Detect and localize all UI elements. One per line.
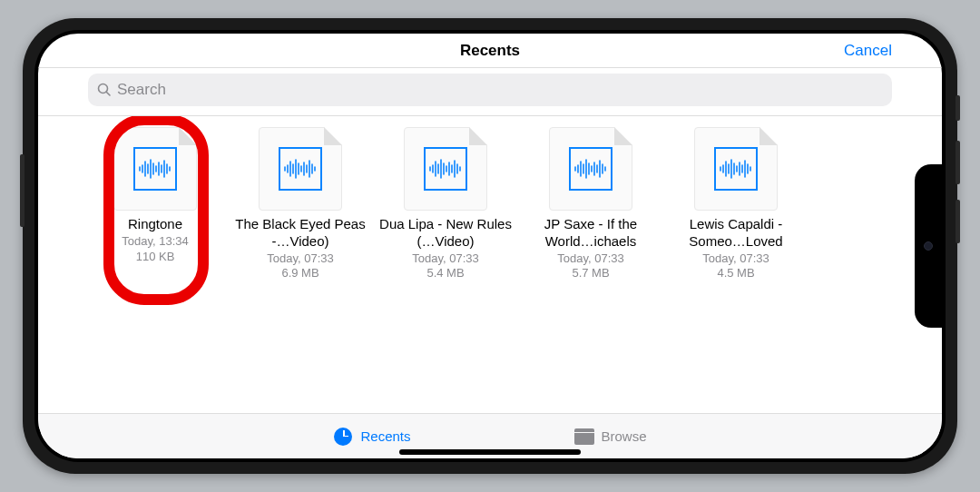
file-date: Today, 13:34: [122, 234, 188, 250]
file-item[interactable]: The Black Eyed Peas -…Video)Today, 07:33…: [233, 127, 368, 413]
file-size: 5.4 MB: [426, 266, 464, 281]
file-name: JP Saxe - If the World…ichaels: [524, 216, 658, 251]
file-name: Lewis Capaldi - Someo…Loved: [669, 216, 803, 251]
file-size: 5.7 MB: [572, 266, 609, 281]
file-item[interactable]: Dua Lipa - New Rules (…Video)Today, 07:3…: [378, 127, 513, 413]
phone-screen: Recents Cancel Search: [38, 34, 942, 458]
file-item[interactable]: JP Saxe - If the World…ichaelsToday, 07:…: [524, 127, 658, 413]
folder-icon: [574, 427, 594, 447]
power-button: [20, 154, 24, 227]
waveform-icon: [279, 147, 322, 191]
file-thumbnail: [549, 127, 632, 211]
file-name: Dua Lipa - New Rules (…Video): [378, 216, 513, 251]
waveform-icon: [569, 147, 612, 191]
silence-switch: [956, 95, 960, 121]
waveform-icon: [424, 147, 467, 191]
volume-down-button: [956, 200, 960, 243]
search-row: Search: [38, 68, 942, 116]
file-thumbnail: [404, 127, 487, 211]
tab-recents-label: Recents: [360, 428, 410, 444]
search-icon: [97, 83, 112, 97]
tab-browse[interactable]: Browse: [574, 427, 647, 447]
file-size: 6.9 MB: [281, 266, 318, 281]
file-date: Today, 07:33: [267, 251, 333, 267]
file-name: Ringtone: [128, 216, 182, 233]
notch: [915, 164, 942, 328]
svg-line-1: [106, 92, 110, 95]
cancel-button[interactable]: Cancel: [844, 42, 892, 60]
file-date: Today, 07:33: [557, 251, 623, 267]
search-placeholder: Search: [117, 81, 166, 99]
search-input[interactable]: Search: [88, 74, 892, 106]
file-date: Today, 07:33: [412, 251, 478, 267]
header-bar: Recents Cancel: [38, 34, 942, 68]
file-thumbnail: [113, 127, 197, 211]
phone-frame: Recents Cancel Search: [23, 18, 957, 474]
camera-dot: [924, 241, 933, 251]
file-thumbnail: [259, 127, 342, 211]
tab-recents[interactable]: Recents: [333, 427, 410, 447]
file-item[interactable]: Lewis Capaldi - Someo…LovedToday, 07:334…: [669, 127, 803, 413]
home-indicator[interactable]: [399, 449, 581, 455]
waveform-icon: [133, 147, 177, 191]
clock-icon: [333, 427, 353, 447]
file-size: 110 KB: [136, 250, 175, 265]
file-item[interactable]: RingtoneToday, 13:34110 KB: [88, 127, 222, 413]
file-thumbnail: [694, 127, 778, 211]
waveform-icon: [714, 147, 758, 191]
tab-browse-label: Browse: [602, 428, 647, 444]
page-title: Recents: [460, 42, 520, 60]
volume-up-button: [956, 141, 960, 184]
phone-bezel: Recents Cancel Search: [34, 30, 946, 462]
files-grid: RingtoneToday, 13:34110 KB The Black Eye…: [38, 116, 942, 413]
file-date: Today, 07:33: [702, 251, 769, 267]
file-name: The Black Eyed Peas -…Video): [233, 216, 368, 251]
file-size: 4.5 MB: [717, 266, 754, 281]
